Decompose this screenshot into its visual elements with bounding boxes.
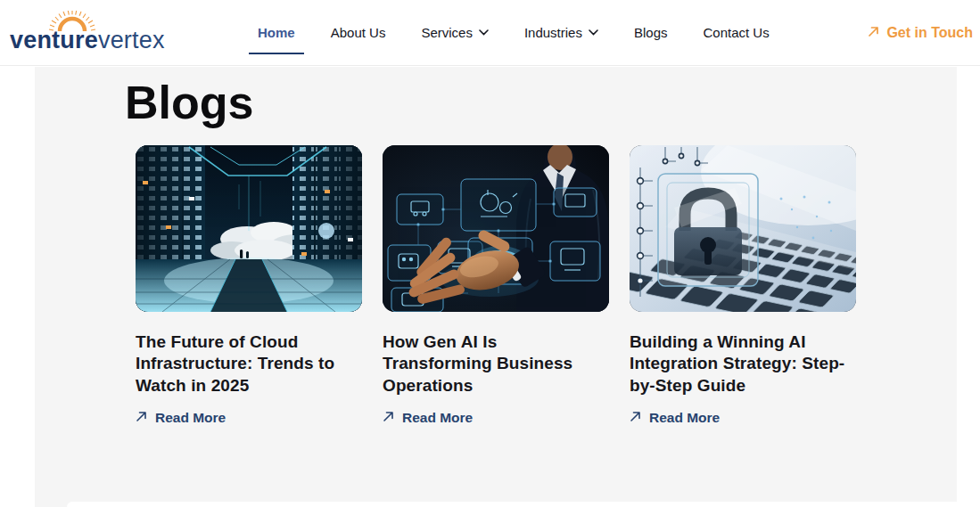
brand-name: venturevertex	[10, 29, 165, 53]
nav-item-industries[interactable]: Industries	[524, 25, 598, 40]
blog-card-image[interactable]	[630, 145, 856, 312]
arrow-up-right-icon	[383, 410, 394, 426]
chevron-down-icon	[479, 29, 489, 36]
get-in-touch-label: Get in Touch	[886, 25, 973, 41]
read-more-label: Read More	[402, 410, 473, 426]
gen-ai-hologram-illustration	[383, 145, 609, 312]
read-more-link[interactable]: Read More	[383, 410, 473, 426]
nav-item-contact-us[interactable]: Contact Us	[704, 25, 770, 40]
nav-item-label: Contact Us	[704, 25, 770, 40]
read-more-label: Read More	[155, 410, 226, 426]
data-center-cloud-illustration	[136, 145, 362, 312]
nav-item-label: Blogs	[634, 25, 668, 40]
brand-name-bold: venture	[10, 27, 98, 53]
blog-card-image[interactable]	[136, 145, 362, 312]
chevron-down-icon	[589, 29, 598, 36]
nav-item-about-us[interactable]: About Us	[331, 25, 386, 40]
blog-card: The Future of Cloud Infrastructure: Tren…	[136, 145, 362, 426]
blog-cards: The Future of Cloud Infrastructure: Tren…	[136, 145, 957, 426]
blog-card: How Gen AI Is Transforming Business Oper…	[383, 145, 609, 426]
nav-item-blogs[interactable]: Blogs	[634, 25, 668, 40]
arrow-up-right-icon	[868, 25, 879, 41]
read-more-link[interactable]: Read More	[630, 410, 720, 426]
next-section-peek	[67, 502, 957, 507]
nav-item-label: About Us	[331, 25, 386, 40]
blog-card-title: The Future of Cloud Infrastructure: Tren…	[136, 331, 362, 397]
get-in-touch-link[interactable]: Get in Touch	[868, 25, 973, 41]
brand-logo[interactable]: venturevertex	[10, 9, 154, 57]
arrow-up-right-icon	[630, 410, 641, 426]
nav-item-label: Home	[258, 25, 295, 40]
site-header: venturevertex Home About Us Services Ind…	[0, 0, 980, 66]
blog-card-title: How Gen AI Is Transforming Business Oper…	[383, 331, 609, 397]
brand-name-light: vertex	[98, 27, 165, 53]
page-title: Blogs	[125, 77, 957, 130]
read-more-label: Read More	[649, 410, 720, 426]
blog-card-title: Building a Winning AI Integration Strate…	[630, 331, 856, 397]
cyber-security-padlock-illustration	[630, 145, 856, 312]
arrow-up-right-icon	[136, 410, 147, 426]
blog-card-image[interactable]	[383, 145, 609, 312]
nav-item-home[interactable]: Home	[258, 25, 295, 40]
content-panel: Blogs	[35, 67, 957, 507]
nav-item-label: Industries	[524, 25, 582, 40]
main-nav: Home About Us Services Industries Blogs …	[258, 25, 770, 40]
blog-card: Building a Winning AI Integration Strate…	[630, 145, 856, 426]
read-more-link[interactable]: Read More	[136, 410, 226, 426]
nav-item-label: Services	[421, 25, 473, 40]
nav-item-services[interactable]: Services	[421, 25, 489, 40]
